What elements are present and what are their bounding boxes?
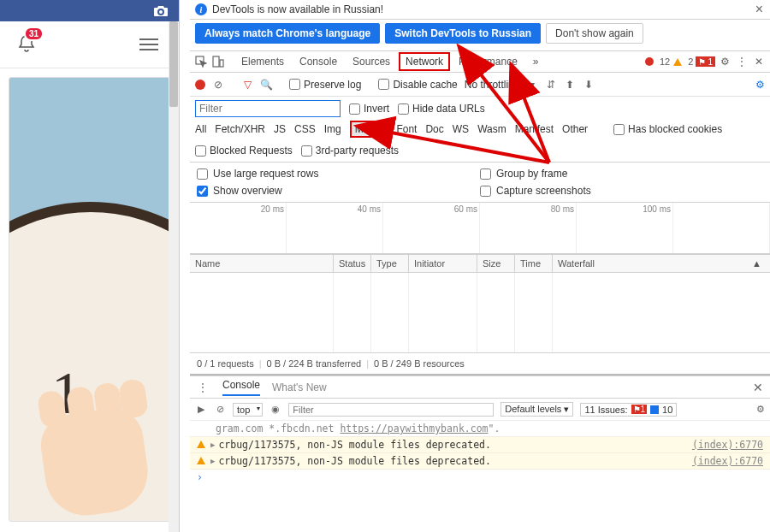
expand-icon[interactable]: ▶: [210, 440, 215, 449]
show-overview-checkbox[interactable]: Show overview: [197, 185, 480, 197]
disable-cache-checkbox[interactable]: Disable cache: [378, 79, 457, 91]
device-icon[interactable]: [210, 54, 226, 69]
record-icon[interactable]: [195, 80, 205, 90]
capture-checkbox[interactable]: Capture screenshots: [480, 185, 763, 197]
search-icon[interactable]: 🔍: [260, 79, 272, 91]
console-line: ▶ crbug/1173575, non-JS module files dep…: [190, 453, 770, 470]
extra-filters: Blocked Requests 3rd-party requests: [190, 141, 770, 163]
filter-icon[interactable]: ▽: [241, 79, 253, 91]
gear-icon[interactable]: ⚙: [717, 54, 732, 69]
type-xhr[interactable]: Fetch/XHR: [215, 123, 265, 135]
filter-input[interactable]: [195, 100, 341, 117]
col-size[interactable]: Size: [477, 255, 515, 272]
dropdown-icon[interactable]: ▾: [526, 79, 538, 91]
expand-icon[interactable]: ▶: [210, 457, 215, 465]
console-drawer: ⋮ Console What's New ✕ ▶ ⊘ top ◉ Default…: [190, 375, 770, 485]
devtools-panel: i DevTools is now available in Russian! …: [190, 0, 770, 532]
type-media[interactable]: Media: [350, 121, 388, 138]
match-language-button[interactable]: Always match Chrome's language: [195, 23, 380, 44]
col-name[interactable]: Name: [190, 255, 334, 272]
tick-label: 60 ms: [454, 204, 477, 214]
console-toolbar: ▶ ⊘ top ◉ Default levels ▾ 11 Issues: ⚑ …: [190, 399, 770, 421]
type-other[interactable]: Other: [562, 123, 588, 135]
requests-table-body: [190, 273, 770, 353]
request-type-filters: All Fetch/XHR JS CSS Img Media Font Doc …: [190, 121, 770, 141]
col-time[interactable]: Time: [515, 255, 553, 272]
console-source-link[interactable]: (index):6770: [692, 439, 763, 451]
tab-elements[interactable]: Elements: [234, 52, 291, 71]
drawer-kebab-icon[interactable]: ⋮: [195, 380, 210, 395]
hide-urls-checkbox[interactable]: Hide data URLs: [398, 103, 485, 115]
close-icon[interactable]: ×: [755, 2, 763, 17]
blocked-requests-checkbox[interactable]: Blocked Requests: [195, 145, 293, 157]
kebab-icon[interactable]: ⋮: [734, 54, 749, 69]
type-all[interactable]: All: [195, 123, 206, 135]
download-icon[interactable]: ⬇: [583, 79, 595, 91]
drawer-tab-whatsnew[interactable]: What's New: [272, 381, 327, 393]
console-settings-icon[interactable]: ⚙: [756, 404, 765, 415]
camera-icon[interactable]: [153, 3, 169, 19]
close-icon[interactable]: ✕: [751, 54, 767, 69]
invert-checkbox[interactable]: Invert: [349, 103, 389, 115]
scrollbar[interactable]: [169, 21, 179, 532]
blocked-cookies-checkbox[interactable]: Has blocked cookies: [613, 123, 722, 135]
throttling-select[interactable]: No throttling: [465, 79, 520, 91]
drawer-tab-console[interactable]: Console: [222, 379, 260, 396]
type-doc[interactable]: Doc: [425, 123, 443, 135]
col-waterfall[interactable]: Waterfall▲: [553, 255, 770, 272]
tab-performance[interactable]: Performance: [452, 52, 524, 71]
drawer-close-icon[interactable]: ✕: [753, 381, 763, 394]
third-party-checkbox[interactable]: 3rd-party requests: [301, 145, 399, 157]
console-filter-input[interactable]: [288, 403, 494, 417]
info-message: DevTools is now available in Russian!: [212, 3, 383, 15]
col-status[interactable]: Status: [334, 255, 371, 272]
tab-sources[interactable]: Sources: [346, 52, 397, 71]
console-clear-icon[interactable]: ⊘: [214, 404, 226, 415]
console-prompt[interactable]: ›: [190, 470, 770, 485]
tab-network[interactable]: Network: [399, 52, 450, 71]
tick-label: 40 ms: [358, 204, 381, 214]
type-wasm[interactable]: Wasm: [477, 123, 506, 135]
col-initiator[interactable]: Initiator: [409, 255, 477, 272]
type-manifest[interactable]: Manifest: [515, 123, 554, 135]
switch-russian-button[interactable]: Switch DevTools to Russian: [385, 23, 541, 44]
network-settings-icon[interactable]: ⚙: [755, 79, 765, 91]
dont-show-button[interactable]: Don't show again: [546, 23, 643, 44]
scroll-thumb[interactable]: [169, 21, 178, 107]
tabs-more[interactable]: »: [526, 52, 546, 71]
timeline-overview[interactable]: 20 ms 40 ms 60 ms 80 ms 100 ms: [190, 203, 770, 254]
inspect-icon[interactable]: [193, 54, 209, 69]
log-levels-select[interactable]: Default levels ▾: [500, 402, 573, 417]
feed-photo: 1 2 3: [9, 77, 170, 522]
issues-button[interactable]: 11 Issues: ⚑ 1 10: [580, 403, 677, 417]
console-line: ▶ crbug/1173575, non-JS module files dep…: [190, 437, 770, 453]
context-select[interactable]: top: [233, 403, 263, 417]
console-sidebar-icon[interactable]: ▶: [195, 404, 207, 415]
col-type[interactable]: Type: [371, 255, 409, 272]
live-expr-icon[interactable]: ◉: [270, 404, 281, 415]
type-ws[interactable]: WS: [453, 123, 469, 135]
sort-icon: ▲: [752, 258, 761, 269]
type-css[interactable]: CSS: [294, 123, 316, 135]
console-source-link[interactable]: (index):6770: [692, 455, 763, 467]
console-line: gram.com *.fbcdn.net https://paywithmyba…: [190, 421, 770, 437]
upload-icon[interactable]: ⬆: [564, 79, 576, 91]
requests-table-header: Name Status Type Initiator Size Time Wat…: [190, 254, 770, 273]
console-link[interactable]: https://paywithmybank.com: [340, 423, 488, 434]
preserve-log-checkbox[interactable]: Preserve log: [289, 79, 361, 91]
notifications[interactable]: 31: [17, 33, 36, 56]
error-count[interactable]: 12: [644, 56, 671, 67]
type-font[interactable]: Font: [396, 123, 417, 135]
group-frame-checkbox[interactable]: Group by frame: [480, 168, 763, 180]
issue-flag[interactable]: ⚑ 1: [696, 56, 715, 67]
tab-console[interactable]: Console: [293, 52, 344, 71]
page-left-panel: 31 1 2 3: [0, 0, 180, 532]
large-rows-checkbox[interactable]: Use large request rows: [197, 168, 480, 180]
type-js[interactable]: JS: [274, 123, 286, 135]
wifi-icon[interactable]: ⇵: [545, 79, 557, 91]
type-img[interactable]: Img: [324, 123, 341, 135]
hamburger-icon[interactable]: [139, 35, 158, 54]
clear-icon[interactable]: ⊘: [212, 79, 224, 91]
info-buttons: Always match Chrome's language Switch De…: [190, 20, 770, 50]
warn-count[interactable]: 2: [672, 56, 694, 67]
